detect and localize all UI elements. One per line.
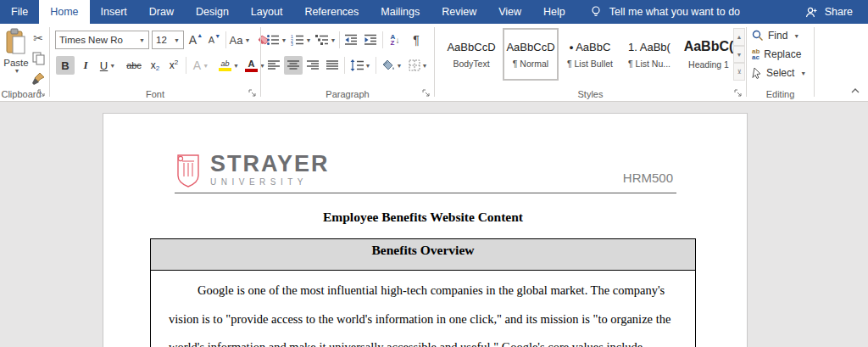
share-person-icon — [804, 4, 820, 20]
text-effects-button[interactable]: A ▼ — [189, 56, 213, 75]
numbered-list-icon: 1 2 3 — [291, 34, 304, 46]
tab-home[interactable]: Home — [39, 0, 89, 24]
tab-draw[interactable]: Draw — [138, 0, 185, 24]
share-button[interactable]: Share — [804, 0, 868, 24]
multilevel-list-button[interactable]: ▼ — [314, 31, 337, 49]
replace-button[interactable]: ab ac Replace — [752, 48, 801, 60]
styles-scroll-down-button[interactable]: ▼ — [733, 46, 745, 64]
align-left-button[interactable] — [264, 56, 283, 75]
paste-clipboard-icon — [5, 28, 27, 55]
find-button[interactable]: Find ▼ — [752, 30, 799, 42]
font-name-dropdown-arrow: ▼ — [139, 37, 145, 43]
line-spacing-dropdown-arrow[interactable]: ▼ — [365, 63, 371, 69]
cut-button[interactable]: ✂ — [29, 29, 47, 48]
tab-view[interactable]: View — [487, 0, 532, 24]
select-dropdown-arrow[interactable]: ▼ — [800, 70, 806, 76]
style-label: ¶ List Bullet — [567, 59, 613, 69]
style-list-number[interactable]: 1. AaBb( ¶ List Nu... — [621, 28, 677, 81]
format-painter-button[interactable] — [29, 70, 47, 88]
strayer-subtitle: UNIVERSITY — [210, 177, 330, 187]
align-center-button[interactable] — [284, 56, 303, 75]
italic-button[interactable]: I — [76, 56, 95, 75]
group-styles: AaBbCcD BodyText AaBbCcD ¶ Normal • AaBb… — [435, 24, 746, 101]
line-spacing-button[interactable]: ▼ — [348, 56, 373, 75]
borders-button[interactable]: ▼ — [405, 56, 431, 75]
bullets-button[interactable]: ▼ — [264, 31, 288, 49]
bold-button[interactable]: B — [56, 56, 75, 75]
font-dialog-launcher[interactable] — [248, 89, 257, 98]
bullets-dropdown-arrow[interactable]: ▼ — [281, 37, 287, 43]
tab-mailings[interactable]: Mailings — [370, 0, 431, 24]
copy-button[interactable] — [29, 49, 47, 68]
find-magnifier-icon — [752, 30, 764, 42]
document-page[interactable]: STRAYER UNIVERSITY HRM500 Employee Benef… — [103, 113, 748, 347]
tab-layout[interactable]: Layout — [240, 0, 294, 24]
multilevel-dropdown-arrow[interactable]: ▼ — [331, 37, 337, 43]
shading-dropdown-arrow[interactable]: ▼ — [397, 63, 403, 69]
style-heading1[interactable]: AaBbC( Heading 1 — [681, 28, 737, 81]
increase-indent-icon — [364, 34, 377, 46]
editing-group-label: Editing — [747, 89, 814, 99]
paste-label: Paste — [3, 58, 28, 68]
strayer-logo: STRAYER UNIVERSITY — [175, 153, 330, 188]
clipboard-dialog-launcher[interactable] — [37, 89, 46, 98]
tab-insert[interactable]: Insert — [90, 0, 138, 24]
paste-dropdown-arrow[interactable]: ▼ — [14, 68, 20, 74]
font-name-select[interactable]: Times New Ro ▼ — [55, 31, 149, 49]
styles-scroll-up-button[interactable]: ▲ — [733, 28, 745, 46]
strikethrough-button[interactable]: abc — [123, 56, 145, 75]
bullet-list-icon — [266, 34, 280, 46]
styles-dialog-launcher[interactable] — [734, 89, 743, 98]
show-hide-pilcrow-button[interactable]: ¶ — [407, 31, 426, 49]
underline-icon: U — [100, 59, 108, 72]
style-label: ¶ Normal — [513, 59, 548, 69]
shading-button[interactable]: ▼ — [379, 56, 404, 75]
benefits-table[interactable]: Benefits Overview Google is one of the m… — [150, 238, 696, 347]
highlight-color-button[interactable]: ab ▼ — [216, 56, 242, 75]
numbering-button[interactable]: 1 2 3 ▼ — [289, 31, 313, 49]
table-body-cell[interactable]: Google is one of the most influential hi… — [150, 271, 696, 347]
superscript-button[interactable]: x 2 — [164, 56, 183, 75]
style-sample: AaBbCcD — [447, 41, 495, 53]
tab-help[interactable]: Help — [532, 0, 576, 24]
tab-file[interactable]: File — [0, 0, 39, 24]
tell-me-box[interactable]: Tell me what you want to do — [588, 0, 740, 24]
style-bodytext[interactable]: AaBbCcD BodyText — [443, 28, 499, 81]
underline-button[interactable]: U ▼ — [95, 56, 120, 75]
align-right-button[interactable] — [303, 56, 322, 75]
underline-dropdown-arrow[interactable]: ▼ — [109, 63, 115, 69]
find-dropdown-arrow[interactable]: ▼ — [793, 33, 799, 39]
tab-design[interactable]: Design — [185, 0, 240, 24]
lightbulb-icon — [588, 4, 604, 20]
shrink-font-button[interactable]: A ▼ — [205, 31, 224, 49]
text-effects-icon: A — [193, 59, 201, 72]
borders-dropdown-arrow[interactable]: ▼ — [422, 63, 428, 69]
paste-button[interactable]: Paste ▼ — [3, 28, 29, 89]
numbering-dropdown-arrow[interactable]: ▼ — [306, 37, 312, 43]
tab-review[interactable]: Review — [431, 0, 487, 24]
tab-references[interactable]: References — [293, 0, 370, 24]
table-header-cell[interactable]: Benefits Overview — [150, 238, 696, 271]
subscript-button[interactable]: x 2 — [146, 56, 164, 75]
style-sample: AaBbCcD — [506, 41, 554, 53]
highlight-dropdown-arrow[interactable]: ▼ — [233, 63, 239, 69]
font-group-label: Font — [50, 89, 260, 99]
font-size-dropdown-arrow: ▼ — [174, 37, 180, 43]
justify-button[interactable] — [323, 56, 342, 75]
styles-gallery-more-button[interactable]: ⊻ — [733, 63, 745, 81]
group-font: Times New Ro ▼ 12 ▼ A ▲ A ▼ Aa ▼ — [50, 24, 260, 101]
grow-font-icon: A — [189, 33, 197, 47]
style-sample: 1. AaBb( — [628, 41, 670, 53]
collapse-ribbon-button[interactable] — [851, 87, 860, 94]
increase-indent-button[interactable] — [361, 31, 380, 49]
style-list-bullet[interactable]: • AaBbC ¶ List Bullet — [562, 28, 618, 81]
change-case-button[interactable]: Aa ▼ — [228, 31, 252, 49]
font-size-select[interactable]: 12 ▼ — [152, 31, 184, 49]
select-button[interactable]: Select ▼ — [752, 67, 806, 79]
sort-button[interactable]: A Z ↓ — [386, 31, 404, 49]
style-normal[interactable]: AaBbCcD ¶ Normal — [503, 28, 559, 81]
grow-font-button[interactable]: A ▲ — [186, 31, 205, 49]
document-title[interactable]: Employee Benefits Website Content — [150, 210, 696, 225]
decrease-indent-button[interactable] — [342, 31, 360, 49]
paragraph-dialog-launcher[interactable] — [422, 89, 431, 98]
